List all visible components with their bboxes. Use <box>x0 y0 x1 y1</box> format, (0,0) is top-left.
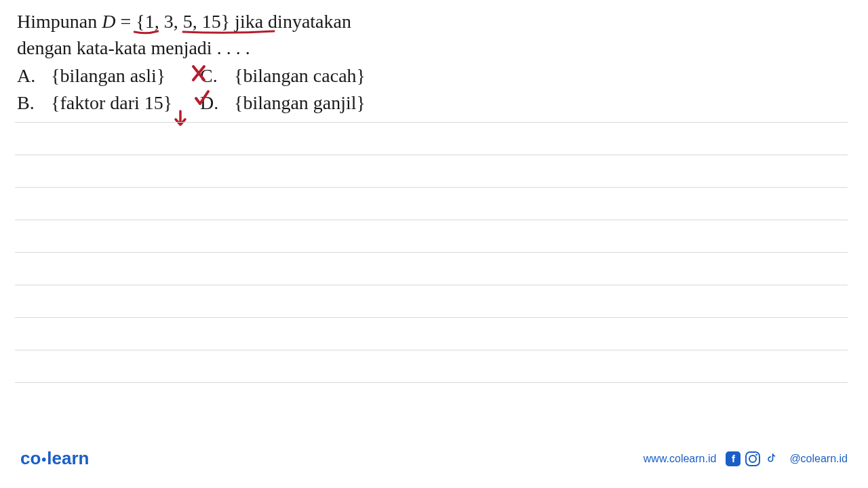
footer-right: www.colearn.id f @colearn.id <box>644 451 848 466</box>
option-c-text: {bilangan cacah} <box>234 62 366 89</box>
option-b-label: B. <box>17 89 51 117</box>
variable-d: D <box>102 11 115 32</box>
tiktok-icon <box>765 451 780 466</box>
ruled-line <box>15 188 848 220</box>
option-a: A. {bilangan asli} <box>17 62 200 89</box>
option-row-1: A. {bilangan asli} C. {bilangan cacah} <box>17 62 851 89</box>
social-icons: f <box>726 451 780 466</box>
question-text: Himpunan D = {1, 3, 5, 15} jika dinyatak… <box>17 8 851 61</box>
option-row-2: B. {faktor dari 15} D. {bilangan ganjil} <box>17 89 851 117</box>
website-url: www.colearn.id <box>644 453 717 465</box>
option-a-label: A. <box>17 62 51 89</box>
option-b-text: {faktor dari 15} <box>51 89 172 117</box>
question-text-part1: Himpunan <box>17 11 102 32</box>
underline-d-annotation <box>134 30 159 35</box>
ruled-line <box>15 350 848 383</box>
x-mark-icon <box>191 64 208 83</box>
logo-co: co <box>20 448 41 468</box>
question-line-2: dengan kata-kata menjadi . . . . <box>17 35 851 61</box>
footer: co•learn www.colearn.id f @colearn.id <box>20 448 848 469</box>
ruled-line <box>15 253 848 285</box>
check-mark-icon <box>194 89 210 107</box>
question-line-1: Himpunan D = {1, 3, 5, 15} jika dinyatak… <box>17 8 851 35</box>
option-d-text: {bilangan ganjil} <box>234 89 366 117</box>
content-area: Himpunan D = {1, 3, 5, 15} jika dinyatak… <box>17 8 851 117</box>
instagram-icon <box>745 451 760 466</box>
logo-learn: learn <box>47 448 89 468</box>
ruled-line <box>15 220 848 253</box>
underline-set-annotation <box>182 30 275 35</box>
social-handle: @colearn.id <box>789 453 848 465</box>
logo-dot-icon: • <box>41 452 46 467</box>
ruled-line <box>15 155 848 188</box>
logo: co•learn <box>20 448 90 469</box>
ruled-lines <box>15 122 848 383</box>
ruled-line <box>15 123 848 155</box>
question-text-part2: = {1, 3, 5, 15} jika dinyatakan <box>115 11 351 32</box>
option-a-text: {bilangan asli} <box>51 62 165 89</box>
ruled-line <box>15 285 848 318</box>
ruled-line <box>15 318 848 350</box>
option-d: D. {bilangan ganjil} <box>200 89 424 117</box>
option-c: C. {bilangan cacah} <box>200 62 424 89</box>
facebook-icon: f <box>726 451 741 466</box>
options-container: A. {bilangan asli} C. {bilangan cacah} B… <box>17 62 851 117</box>
